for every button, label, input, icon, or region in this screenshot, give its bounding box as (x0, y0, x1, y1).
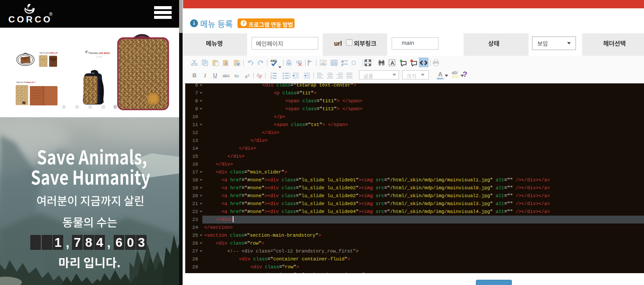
svg-text:PASSPORT: PASSPORT (16, 81, 27, 83)
svg-text:A: A (341, 64, 343, 67)
svg-text:NECKLACE: NECKLACE (40, 52, 50, 54)
svg-text:TRAVEL: TRAVEL (88, 51, 99, 54)
svg-text:GO BAG: GO BAG (99, 51, 110, 54)
svg-text:A: A (341, 60, 343, 63)
svg-text:WALLET: WALLET (50, 52, 58, 54)
svg-text:WALLET 7: WALLET 7 (26, 81, 36, 83)
svg-text:C O R K: C O R K (96, 56, 102, 58)
svg-text:3: 3 (270, 77, 272, 79)
svg-text:A: A (391, 60, 395, 66)
